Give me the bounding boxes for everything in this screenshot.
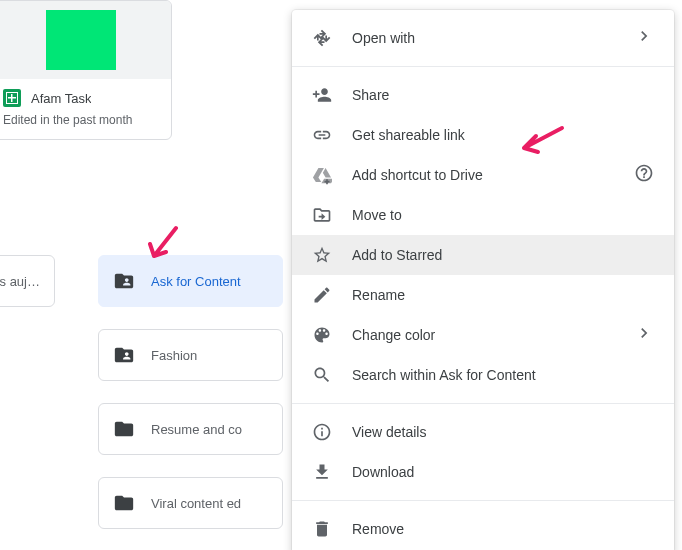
menu-get-link[interactable]: Get shareable link — [292, 115, 674, 155]
info-icon — [312, 422, 332, 442]
share-icon — [312, 85, 332, 105]
trash-icon — [312, 519, 332, 539]
menu-label: Change color — [352, 327, 614, 343]
menu-label: Remove — [352, 521, 654, 537]
star-icon — [312, 245, 332, 265]
menu-move-to[interactable]: Move to — [292, 195, 674, 235]
menu-rename[interactable]: Rename — [292, 275, 674, 315]
folder-name: Fashion — [151, 348, 197, 363]
menu-label: Move to — [352, 207, 654, 223]
menu-search-within[interactable]: Search within Ask for Content — [292, 355, 674, 395]
search-icon — [312, 365, 332, 385]
folder-icon — [113, 492, 135, 514]
separator — [292, 403, 674, 404]
annotation-arrow-icon — [510, 122, 566, 156]
menu-share[interactable]: Share — [292, 75, 674, 115]
palette-icon — [312, 325, 332, 345]
folder-name: Viral content ed — [151, 496, 241, 511]
annotation-arrow-icon — [136, 222, 182, 268]
folder-card-viral[interactable]: Viral content ed — [98, 477, 283, 529]
menu-change-color[interactable]: Change color — [292, 315, 674, 355]
menu-label: Share — [352, 87, 654, 103]
menu-label: View details — [352, 424, 654, 440]
menu-label: Open with — [352, 30, 614, 46]
file-card[interactable]: Afam Task Edited in the past month — [0, 0, 172, 140]
folder-card-ask-for-content[interactable]: Ask for Content — [98, 255, 283, 307]
download-icon — [312, 462, 332, 482]
menu-label: Download — [352, 464, 654, 480]
file-subtitle: Edited in the past month — [3, 113, 159, 127]
file-title: Afam Task — [31, 91, 91, 106]
menu-label: Get shareable link — [352, 127, 654, 143]
help-icon[interactable] — [634, 163, 654, 187]
context-menu: Open with Share Get shareable link Add s… — [292, 10, 674, 550]
folder-shared-icon — [113, 270, 135, 292]
menu-label: Rename — [352, 287, 654, 303]
chevron-right-icon — [634, 323, 654, 347]
folder-card[interactable]: is auj… — [0, 255, 55, 307]
menu-view-details[interactable]: View details — [292, 412, 674, 452]
menu-label: Add shortcut to Drive — [352, 167, 614, 183]
open-with-icon — [312, 28, 332, 48]
drive-shortcut-icon — [312, 165, 332, 185]
folder-name: Resume and co — [151, 422, 242, 437]
rename-icon — [312, 285, 332, 305]
menu-add-shortcut[interactable]: Add shortcut to Drive — [292, 155, 674, 195]
folder-card-fashion[interactable]: Fashion — [98, 329, 283, 381]
menu-remove[interactable]: Remove — [292, 509, 674, 549]
folder-shared-icon — [113, 344, 135, 366]
sheets-icon — [3, 89, 21, 107]
folder-card-resume[interactable]: Resume and co — [98, 403, 283, 455]
separator — [292, 66, 674, 67]
menu-download[interactable]: Download — [292, 452, 674, 492]
link-icon — [312, 125, 332, 145]
menu-open-with[interactable]: Open with — [292, 18, 674, 58]
folder-name: Ask for Content — [151, 274, 241, 289]
sheet-thumb-icon — [46, 10, 116, 70]
folder-icon — [113, 418, 135, 440]
menu-label: Search within Ask for Content — [352, 367, 654, 383]
separator — [292, 500, 674, 501]
menu-add-starred[interactable]: Add to Starred — [292, 235, 674, 275]
folder-name: is auj… — [0, 274, 40, 289]
move-to-icon — [312, 205, 332, 225]
menu-label: Add to Starred — [352, 247, 654, 263]
chevron-right-icon — [634, 26, 654, 50]
